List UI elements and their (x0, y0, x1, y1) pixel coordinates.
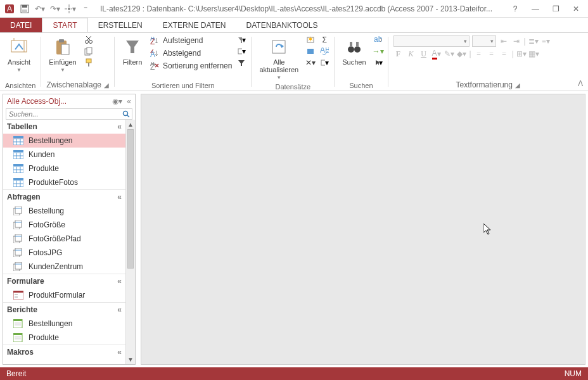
indent-decrease-icon[interactable]: ⇤ (499, 36, 509, 46)
undo-icon[interactable]: ↶▾ (34, 3, 46, 15)
font-family-select[interactable] (393, 35, 470, 47)
toggle-filter-icon[interactable] (237, 58, 246, 67)
sort-desc-button[interactable]: ZAAbsteigend (150, 48, 232, 58)
tab-erstellen[interactable]: ERSTELLEN (88, 18, 153, 32)
nav-query-fotogroesse[interactable]: FotoGröße (3, 218, 125, 232)
nav-collapse-icon[interactable]: « (127, 97, 131, 106)
ansicht-button[interactable]: Ansicht ▼ (5, 35, 33, 74)
restore-icon[interactable]: ❐ (550, 3, 561, 15)
nav-query-kundenzentrum[interactable]: KundenZentrum (3, 260, 125, 274)
tab-start[interactable]: START (42, 18, 87, 32)
group-text-formatting: ⇤ ⇥ | ≣▾ ≡▾ F K U A▾ ✎▾ ◆▾ | ≡ ≡ ≡ | ⊞▾ … (388, 33, 588, 91)
replace-icon[interactable]: ab (374, 35, 383, 44)
tab-externe-daten[interactable]: EXTERNE DATEN (153, 18, 236, 32)
font-size-select[interactable] (472, 35, 496, 47)
format-painter-icon[interactable] (84, 58, 93, 67)
svg-rect-86 (13, 291, 23, 293)
collapse-ribbon-icon[interactable]: ᐱ (578, 79, 583, 88)
svg-marker-34 (238, 60, 245, 66)
alt-row-color-icon[interactable]: ▦▾ (529, 49, 539, 59)
nav-table-kunden[interactable]: Kunden (3, 148, 125, 162)
fill-color-icon[interactable]: ◆▾ (457, 49, 467, 59)
tab-datei[interactable]: DATEI (0, 18, 42, 32)
nav-filter-dropdown-icon[interactable]: ◉▾ (112, 97, 122, 106)
advanced-filter-icon[interactable]: ▾ (237, 47, 246, 56)
nav-category-tabellen[interactable]: Tabellen« (3, 120, 125, 134)
clipboard-dialog-launcher-icon[interactable]: ◢ (104, 82, 109, 89)
nav-form-produktformular[interactable]: ProduktFormular (3, 288, 125, 302)
qat-customize-icon[interactable]: ⁼ (80, 3, 91, 15)
content-area: Alle Access-Obj... ◉▾ « Tabellen« Bestel… (0, 91, 588, 367)
font-color-icon[interactable]: A▾ (431, 49, 442, 59)
tab-datenbanktools[interactable]: DATENBANKTOOLS (236, 18, 328, 32)
copy-icon[interactable] (84, 47, 93, 56)
search-icon[interactable] (120, 109, 132, 119)
sort-asc-button[interactable]: AZAufsteigend (150, 35, 232, 46)
nav-query-fotogroessepfad[interactable]: FotoGrößePfad (3, 232, 125, 246)
scroll-up-icon[interactable]: ▲ (126, 120, 135, 129)
svg-point-5 (68, 8, 70, 10)
scroll-thumb[interactable] (127, 129, 134, 269)
nav-category-formulare[interactable]: Formulare« (3, 274, 125, 288)
nav-table-produktefotos[interactable]: ProdukteFotos (3, 175, 125, 189)
find-button[interactable]: Suchen (340, 35, 368, 67)
save-record-icon[interactable] (306, 47, 315, 56)
redo-icon[interactable]: ↷▾ (49, 3, 61, 15)
touch-mode-icon[interactable]: ▾ (65, 3, 76, 15)
underline-icon[interactable]: U (419, 49, 429, 59)
refresh-all-button[interactable]: Alle aktualisieren ▼ (257, 35, 301, 82)
more-records-icon[interactable]: ▾ (320, 58, 329, 67)
nav-report-produkte[interactable]: Produkte (3, 331, 125, 345)
view-icon (9, 37, 29, 57)
save-icon[interactable] (19, 3, 30, 15)
goto-icon[interactable]: →▾ (374, 47, 383, 56)
indent-increase-icon[interactable]: ⇥ (511, 36, 521, 46)
delete-record-icon[interactable]: ✕▾ (306, 58, 315, 67)
scroll-down-icon[interactable]: ▼ (126, 355, 135, 364)
help-icon[interactable]: ? (509, 3, 521, 15)
numbering-icon[interactable]: ≡▾ (541, 36, 551, 46)
italic-icon[interactable]: K (406, 49, 416, 59)
bullets-icon[interactable]: ≣▾ (528, 36, 539, 46)
nav-category-abfragen[interactable]: Abfragen« (3, 189, 125, 204)
nav-search (6, 108, 132, 120)
gridlines-icon[interactable]: ⊞▾ (516, 49, 527, 59)
nav-category-berichte[interactable]: Berichte« (3, 302, 125, 317)
svg-rect-21 (86, 59, 91, 63)
remove-sort-button[interactable]: AZSortierung entfernen (150, 61, 232, 71)
svg-text:Z: Z (150, 63, 155, 70)
select-icon[interactable]: ▾ (374, 58, 383, 67)
highlight-icon[interactable]: ✎▾ (444, 49, 454, 59)
nav-table-produkte[interactable]: Produkte (3, 162, 125, 175)
nav-search-input[interactable] (6, 109, 120, 119)
selection-filter-icon[interactable]: ▾ (237, 35, 246, 44)
nav-query-fotosjpg[interactable]: FotosJPG (3, 246, 125, 260)
form-icon (13, 291, 23, 300)
filter-button[interactable]: Filtern (120, 35, 145, 67)
bold-icon[interactable]: F (393, 49, 404, 59)
close-icon[interactable]: ✕ (570, 3, 582, 15)
ribbon: Ansicht ▼ Ansichten Einfügen ▼ Zwischena… (0, 33, 588, 91)
align-center-icon[interactable]: ≡ (487, 49, 497, 59)
new-record-icon[interactable]: ✶ (306, 35, 315, 44)
nav-scrollbar[interactable]: ▲ ▼ (125, 120, 135, 364)
nav-category-makros[interactable]: Makros« (3, 345, 125, 359)
align-right-icon[interactable]: ≡ (499, 49, 509, 59)
svg-text:A: A (7, 4, 12, 13)
align-left-icon[interactable]: ≡ (474, 49, 484, 59)
minimize-icon[interactable]: — (530, 3, 541, 15)
svg-marker-32 (238, 37, 242, 43)
spelling-icon[interactable]: ABC (320, 47, 329, 56)
nav-query-bestellung[interactable]: Bestellung (3, 204, 125, 218)
paste-button[interactable]: Einfügen ▼ (46, 35, 79, 74)
svg-line-18 (86, 36, 91, 41)
nav-report-bestellungen[interactable]: Bestellungen (3, 317, 125, 331)
nav-header[interactable]: Alle Access-Obj... ◉▾ « (3, 94, 135, 108)
refresh-label: Alle aktualisieren (259, 58, 298, 73)
totals-icon[interactable]: Σ (320, 35, 329, 44)
status-num: NUM (565, 369, 582, 378)
format-dialog-launcher-icon[interactable]: ◢ (515, 82, 520, 89)
group-records: Alle aktualisieren ▼ ✶ ✕▾ Σ ABC ▾ Datens… (252, 33, 334, 91)
cut-icon[interactable] (84, 35, 93, 44)
nav-table-bestellungen[interactable]: Bestellungen (3, 134, 125, 148)
